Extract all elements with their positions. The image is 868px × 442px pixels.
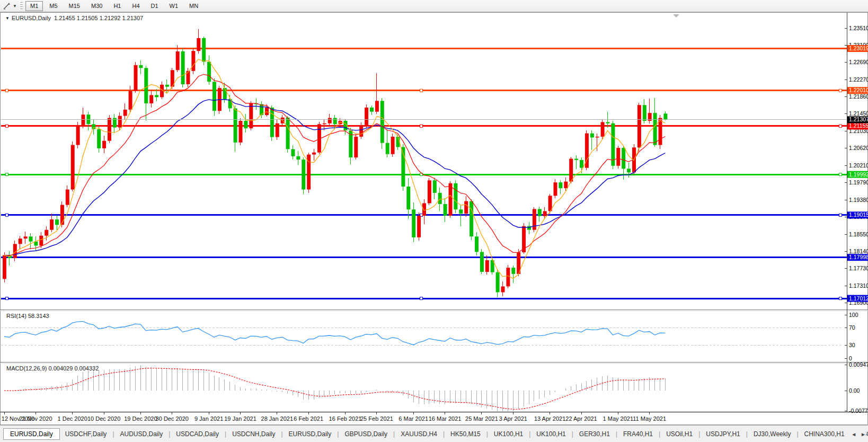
svg-text:16 Feb 2021: 16 Feb 2021 — [329, 416, 362, 422]
tab-scroll-arrows: ◄ ► — [848, 426, 866, 442]
timeframe-button-m1[interactable]: M1 — [25, 1, 43, 11]
svg-text:100: 100 — [849, 312, 858, 318]
chart-tab-8[interactable]: HK50,M15 — [445, 428, 486, 440]
svg-text:1.20620: 1.20620 — [849, 145, 868, 151]
timeframe-button-d1[interactable]: D1 — [146, 1, 163, 11]
timeframe-button-m5[interactable]: M5 — [45, 1, 62, 11]
chart-tab-2[interactable]: AUDUSD,Daily — [115, 428, 169, 440]
svg-text:19 Dec 2020: 19 Dec 2020 — [124, 416, 157, 422]
chart-tab-5[interactable]: EURUSD,Daily — [284, 428, 337, 440]
svg-text:11 May 2021: 11 May 2021 — [633, 416, 666, 422]
chart-tab-1[interactable]: USDCHF,Daily — [60, 428, 112, 440]
chart-tab-15[interactable]: DJ30,Weekly — [748, 428, 796, 440]
line-studies-icon[interactable] — [2, 2, 12, 10]
svg-text:30 Dec 2020: 30 Dec 2020 — [156, 416, 189, 422]
chart-tab-14[interactable]: USDJPY,H1 — [701, 428, 745, 440]
svg-text:21 Nov 2020: 21 Nov 2020 — [19, 416, 52, 422]
svg-text:1.23019: 1.23019 — [849, 45, 868, 51]
svg-text:19 Jan 2021: 19 Jan 2021 — [224, 416, 256, 422]
period-toolbar: ▼ M1M5M15M30H1H4D1W1MN — [0, 0, 868, 12]
svg-text:6 Feb 2021: 6 Feb 2021 — [294, 416, 323, 422]
svg-text:1.21155: 1.21155 — [849, 122, 868, 129]
svg-text:1 Dec 2020: 1 Dec 2020 — [58, 416, 87, 422]
chart-tab-16[interactable]: CHINA300,H1 — [799, 428, 850, 440]
macd-indicator-label: MACD(12,26,9) 0.004029 0.004332 — [6, 365, 99, 372]
svg-text:1.22270: 1.22270 — [849, 76, 868, 83]
svg-text:1.17998: 1.17998 — [849, 254, 868, 260]
svg-text:0.009478: 0.009478 — [849, 361, 868, 368]
symbol-dropdown-icon[interactable]: ▼ — [5, 16, 10, 21]
chart-tab-3[interactable]: USDCAD,Daily — [171, 428, 224, 440]
tab-scroll-left-icon[interactable]: ◄ — [851, 431, 856, 437]
svg-text:30: 30 — [849, 342, 855, 348]
chart-title: ▼EURUSD,Daily 1.21455 1.21505 1.21292 1.… — [5, 15, 143, 21]
svg-text:1 May 2021: 1 May 2021 — [603, 416, 633, 422]
svg-text:1.17012: 1.17012 — [849, 295, 868, 302]
timeframe-button-m30[interactable]: M30 — [86, 1, 107, 11]
chart-tab-10[interactable]: UK100,H1 — [531, 428, 571, 440]
svg-text:13 Apr 2021: 13 Apr 2021 — [534, 416, 565, 422]
svg-text:70: 70 — [849, 324, 855, 331]
toolbar-grip[interactable] — [20, 2, 23, 10]
svg-text:0: 0 — [849, 355, 852, 361]
svg-text:1.19380: 1.19380 — [849, 197, 868, 203]
chart-tab-12[interactable]: FRA40,H1 — [618, 428, 658, 440]
svg-text:3 Apr 2021: 3 Apr 2021 — [499, 416, 527, 422]
chart-canvas[interactable]: 1.235101.231001.226901.222701.218601.214… — [0, 12, 868, 425]
svg-text:1.23510: 1.23510 — [849, 25, 868, 31]
chart-tab-11[interactable]: GER30,H1 — [574, 428, 615, 440]
dropdown-caret-icon[interactable]: ▼ — [12, 4, 18, 8]
timeframe-button-h1[interactable]: H1 — [109, 1, 126, 11]
svg-text:1.17730: 1.17730 — [849, 265, 868, 271]
timeframe-buttons: M1M5M15M30H1H4D1W1MN — [25, 1, 205, 11]
svg-text:1.18550: 1.18550 — [849, 231, 868, 237]
chart-window: 1.235101.231001.226901.222701.218601.214… — [0, 12, 868, 425]
svg-text:1.19790: 1.19790 — [849, 179, 868, 185]
svg-text:1.22010: 1.22010 — [849, 87, 868, 93]
svg-text:1.21450: 1.21450 — [849, 110, 868, 117]
svg-text:6 Mar 2021: 6 Mar 2021 — [398, 416, 428, 422]
svg-text:25 Mar 2021: 25 Mar 2021 — [465, 416, 498, 422]
rsi-indicator-label: RSI(14) 58.3143 — [6, 313, 49, 319]
chart-tabs-bar: EURUSD,DailyUSDCHF,Daily|AUDUSD,Daily|US… — [0, 425, 868, 442]
timeframe-button-h4[interactable]: H4 — [127, 1, 144, 11]
chart-title-text: EURUSD,Daily 1.21455 1.21505 1.21292 1.2… — [12, 15, 143, 21]
svg-text:1.21860: 1.21860 — [849, 93, 868, 100]
svg-text:1.19992: 1.19992 — [849, 171, 868, 178]
svg-text:10 Dec 2020: 10 Dec 2020 — [87, 416, 120, 422]
svg-text:16 Mar 2021: 16 Mar 2021 — [429, 416, 462, 422]
timeframe-button-m15[interactable]: M15 — [64, 1, 85, 11]
chart-tabs: EURUSD,DailyUSDCHF,Daily|AUDUSD,Daily|US… — [3, 428, 868, 440]
svg-text:1.20210: 1.20210 — [849, 162, 868, 169]
svg-text:1.19015: 1.19015 — [849, 211, 868, 218]
svg-text:1.21307: 1.21307 — [849, 116, 868, 122]
svg-text:1.17310: 1.17310 — [849, 282, 868, 289]
svg-text:22 Apr 2021: 22 Apr 2021 — [565, 416, 597, 422]
svg-text:28 Jan 2021: 28 Jan 2021 — [261, 416, 294, 422]
pane-frames — [0, 13, 868, 425]
svg-text:0.00: 0.00 — [849, 387, 860, 394]
tab-scroll-right-icon[interactable]: ► — [861, 431, 866, 437]
svg-text:9 Jan 2021: 9 Jan 2021 — [194, 416, 223, 422]
chart-tab-4[interactable]: USDCNH,Daily — [227, 428, 280, 440]
chart-tab-13[interactable]: USOil,H1 — [661, 428, 698, 440]
svg-text:25 Feb 2021: 25 Feb 2021 — [360, 416, 393, 422]
chart-tab-7[interactable]: XAUUSD,H4 — [395, 428, 442, 440]
chart-tab-0[interactable]: EURUSD,Daily — [3, 428, 60, 440]
svg-text:-0.007778: -0.007778 — [849, 408, 868, 414]
timeframe-button-w1[interactable]: W1 — [165, 1, 183, 11]
chart-tab-9[interactable]: UK100,H1 — [489, 428, 528, 440]
chart-tab-6[interactable]: GBPUSD,Daily — [339, 428, 393, 440]
timeframe-button-mn[interactable]: MN — [184, 1, 203, 11]
svg-text:1.22690: 1.22690 — [849, 59, 868, 65]
